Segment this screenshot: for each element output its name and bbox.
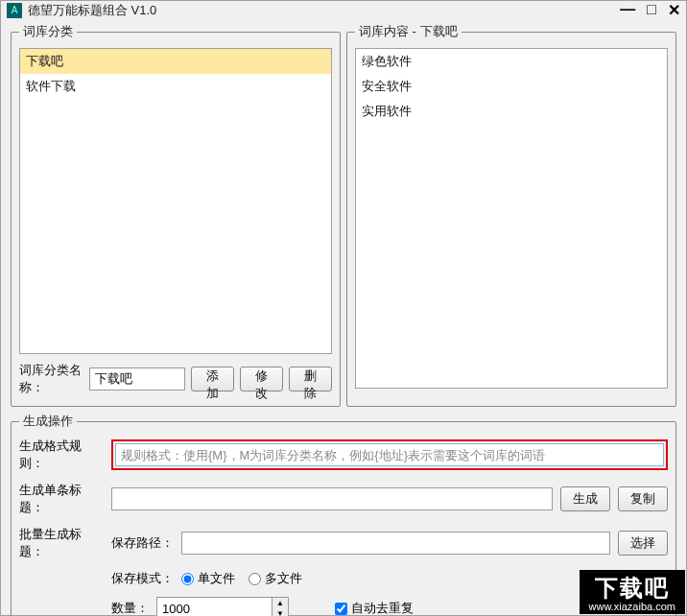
minimize-button[interactable]: — xyxy=(620,1,635,19)
quantity-input[interactable] xyxy=(156,597,272,616)
radio-single-file-input[interactable] xyxy=(181,573,194,585)
main-window: 德望万能标题组合 V1.0 — □ ✕ 词库分类 下载吧软件下载 词库分类名称：… xyxy=(0,0,687,616)
content-list-item[interactable]: 实用软件 xyxy=(356,99,667,124)
choose-path-button[interactable]: 选择 xyxy=(618,531,668,556)
dedup-checkbox-input[interactable] xyxy=(335,603,347,615)
watermark: 下载吧 www.xiazaiba.com xyxy=(580,570,685,614)
spin-down-icon[interactable]: ▼ xyxy=(272,608,288,616)
app-icon xyxy=(7,3,22,18)
add-button[interactable]: 添加 xyxy=(191,367,234,391)
category-list-item[interactable]: 下载吧 xyxy=(20,49,331,74)
dedup-checkbox[interactable]: 自动去重复 xyxy=(335,600,414,616)
rule-input[interactable] xyxy=(115,443,664,466)
generate-legend: 生成操作 xyxy=(19,413,77,430)
category-name-label: 词库分类名称： xyxy=(19,362,83,396)
quantity-label: 数量： xyxy=(111,600,149,616)
single-label: 生成单条标题： xyxy=(19,482,104,516)
generate-panel: 生成操作 生成格式规则： 生成单条标题： 生成 复制 批量生成标题： 保存路径：… xyxy=(11,413,676,616)
generate-button[interactable]: 生成 xyxy=(560,486,610,511)
maximize-button[interactable]: □ xyxy=(647,1,656,19)
delete-button[interactable]: 删除 xyxy=(289,367,332,391)
radio-multi-file[interactable]: 多文件 xyxy=(249,570,302,587)
rule-highlight xyxy=(111,439,668,470)
save-mode-label: 保存模式： xyxy=(111,570,174,587)
save-path-label: 保存路径： xyxy=(111,534,174,552)
category-legend: 词库分类 xyxy=(19,23,77,40)
category-listbox[interactable]: 下载吧软件下载 xyxy=(19,48,332,354)
content-list-item[interactable]: 绿色软件 xyxy=(356,49,667,74)
content-legend: 词库内容 - 下载吧 xyxy=(355,23,462,40)
radio-multi-file-input[interactable] xyxy=(249,573,261,585)
content-listbox[interactable]: 绿色软件安全软件实用软件 xyxy=(355,48,668,389)
titlebar: 德望万能标题组合 V1.0 — □ ✕ xyxy=(1,1,686,19)
content-list-item[interactable]: 安全软件 xyxy=(356,74,667,99)
quantity-stepper[interactable]: ▲ ▼ xyxy=(156,597,289,616)
category-list-item[interactable]: 软件下载 xyxy=(20,74,331,99)
spin-up-icon[interactable]: ▲ xyxy=(272,598,288,608)
save-path-input[interactable] xyxy=(181,532,610,555)
copy-button[interactable]: 复制 xyxy=(618,486,668,511)
rule-label: 生成格式规则： xyxy=(19,438,104,472)
category-name-input[interactable] xyxy=(89,367,185,391)
window-title: 德望万能标题组合 V1.0 xyxy=(28,2,620,19)
category-panel: 词库分类 下载吧软件下载 词库分类名称： 添加 修改 删除 xyxy=(11,23,341,407)
close-button[interactable]: ✕ xyxy=(668,1,680,19)
content-panel: 词库内容 - 下载吧 绿色软件安全软件实用软件 xyxy=(346,23,676,407)
radio-single-file[interactable]: 单文件 xyxy=(181,570,235,587)
batch-label: 批量生成标题： xyxy=(19,526,104,560)
single-output-input[interactable] xyxy=(111,487,553,510)
edit-button[interactable]: 修改 xyxy=(240,367,283,391)
